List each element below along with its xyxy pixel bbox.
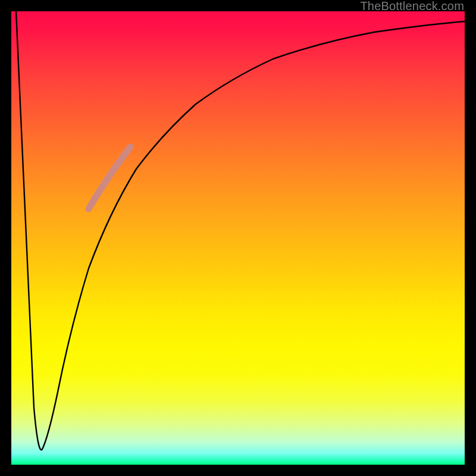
plot-area [11,11,465,465]
highlight-segment [89,147,130,209]
curve-layer [11,11,465,465]
chart-container: TheBottleneck.com [0,0,476,476]
bottleneck-curve [16,11,465,450]
